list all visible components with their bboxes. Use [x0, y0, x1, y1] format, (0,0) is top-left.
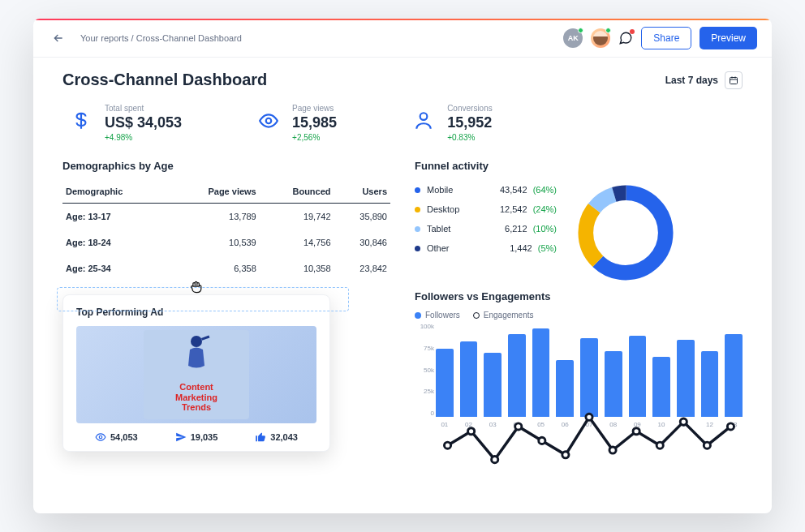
ad-stat-value: 19,035	[191, 432, 218, 442]
x-tick: 01	[441, 421, 448, 428]
ad-stat: 54,053	[95, 431, 138, 443]
app-window: Your reports / Cross-Channel Dashboard A…	[33, 19, 772, 513]
table-row: Age: 13-1713,78919,74235,890	[62, 204, 390, 230]
legend-swatch	[473, 312, 480, 319]
metric-delta: +4.98%	[105, 133, 182, 142]
ad-creative-text: ContentMarketingTrends	[175, 382, 217, 413]
date-range-picker[interactable]: Last 7 days	[665, 71, 743, 89]
demographics-title: Demographics by Age	[62, 160, 390, 172]
metrics-row: Total spent US$ 34,053 +4.98% Page views…	[62, 104, 743, 142]
x-tick: 13	[730, 421, 738, 428]
x-tick: 03	[489, 421, 497, 428]
svg-rect-4	[201, 336, 209, 341]
chart-bar: 04	[508, 334, 526, 417]
chart-bar: 10	[652, 357, 670, 417]
comments-button[interactable]	[618, 31, 633, 45]
x-tick: 11	[682, 421, 689, 428]
ad-creative: ContentMarketingTrends	[76, 326, 316, 423]
funnel-item-name: Other	[427, 243, 474, 253]
funnel-legend-item: Mobile 43,542 (64%)	[415, 180, 557, 200]
breadcrumb[interactable]: Your reports / Cross-Channel Dashboard	[80, 33, 242, 43]
funnel-donut-chart	[573, 180, 678, 285]
chart-bar: 09	[629, 336, 647, 417]
x-tick: 04	[513, 421, 520, 428]
chart-bar: 06	[556, 360, 574, 417]
preview-button[interactable]: Preview	[700, 27, 757, 49]
funnel-legend-item: Desktop 12,542 (24%)	[415, 200, 557, 219]
table-header[interactable]: Users	[334, 180, 390, 204]
share-button[interactable]: Share	[641, 27, 691, 49]
funnel-title: Funnel activity	[415, 160, 743, 172]
table-cell: 35,890	[334, 204, 390, 230]
legend-label: Engagements	[484, 311, 534, 320]
funnel-legend-item: Other 1,442 (5%)	[415, 238, 557, 258]
metric-card: Conversions 15,952 +0.83%	[410, 104, 493, 142]
chart-bar: 02	[460, 341, 478, 417]
svg-point-15	[633, 428, 639, 435]
table-header[interactable]: Page views	[169, 180, 260, 204]
table-header[interactable]: Bounced	[260, 180, 334, 204]
svg-point-9	[492, 457, 498, 463]
ad-stat: 32,043	[255, 431, 298, 443]
metric-delta: +0.83%	[447, 133, 493, 142]
legend-bullet	[415, 207, 420, 212]
x-tick: 07	[586, 421, 593, 428]
metric-value: US$ 34,053	[105, 114, 182, 131]
dollar-icon	[67, 107, 95, 135]
ad-stat: 19,035	[175, 431, 218, 443]
funnel-item-name: Desktop	[427, 204, 474, 214]
table-cell: 23,842	[334, 255, 390, 281]
svg-point-1	[266, 118, 272, 124]
chart-bar: 03	[484, 353, 502, 417]
chart-bar: 11	[677, 340, 695, 417]
svg-rect-0	[730, 77, 738, 84]
x-tick: 02	[465, 421, 472, 428]
legend-item: Engagements	[473, 311, 534, 320]
header-bar: Your reports / Cross-Channel Dashboard A…	[33, 19, 772, 58]
svg-point-12	[562, 452, 569, 458]
svg-point-3	[191, 336, 202, 347]
metric-value: 15,952	[447, 114, 493, 131]
avatar-user-ak[interactable]: AK	[563, 28, 583, 48]
table-cell: 30,846	[334, 230, 390, 255]
grab-cursor-icon	[188, 279, 204, 298]
metric-card: Page views 15,985 +2,56%	[255, 104, 337, 142]
back-button[interactable]	[48, 28, 69, 49]
funnel-item-name: Mobile	[427, 185, 474, 195]
metric-label: Total spent	[105, 104, 182, 113]
chart-bar: 01	[436, 349, 454, 417]
chart-bar: 13	[725, 334, 743, 417]
chart-bar: 12	[701, 351, 719, 417]
svg-point-7	[444, 442, 450, 448]
eye-icon	[255, 107, 282, 135]
funnel-item-value: 6,212 (10%)	[505, 224, 557, 234]
funnel-item-value: 12,542 (24%)	[500, 204, 557, 214]
legend-swatch	[415, 312, 421, 319]
top-ad-title: Top Performing Ad	[76, 307, 316, 318]
legend-item: Followers	[415, 311, 460, 320]
table-cell: 13,789	[169, 204, 260, 230]
top-ad-card[interactable]: Top Performing Ad ContentMarketingTrends…	[62, 294, 330, 452]
x-tick: 10	[658, 421, 665, 428]
table-cell: 19,742	[260, 204, 334, 230]
chart-bar: 05	[532, 328, 550, 417]
legend-label: Followers	[425, 311, 460, 320]
metric-value: 15,985	[292, 114, 337, 131]
x-tick: 09	[634, 421, 641, 428]
ad-stats-row: 54,05319,03532,043	[76, 431, 316, 443]
metric-label: Conversions	[447, 104, 493, 113]
x-tick: 08	[609, 421, 617, 428]
calendar-icon	[725, 71, 743, 89]
svg-point-8	[468, 428, 475, 435]
avatar-user-2[interactable]	[591, 28, 610, 48]
table-header[interactable]: Demographic	[62, 180, 169, 204]
notification-dot	[630, 29, 635, 34]
svg-point-16	[656, 442, 663, 448]
table-cell: 10,358	[260, 255, 334, 281]
person-illustration	[180, 333, 213, 374]
ad-stat-value: 54,053	[110, 432, 138, 442]
funnel-item-value: 1,442 (5%)	[510, 243, 557, 253]
page-title: Cross-Channel Dashboard	[62, 71, 267, 89]
followers-bar-chart: 100k75k50k25k0 0102030405060708091011121…	[415, 323, 743, 428]
thumb-icon	[255, 431, 266, 443]
